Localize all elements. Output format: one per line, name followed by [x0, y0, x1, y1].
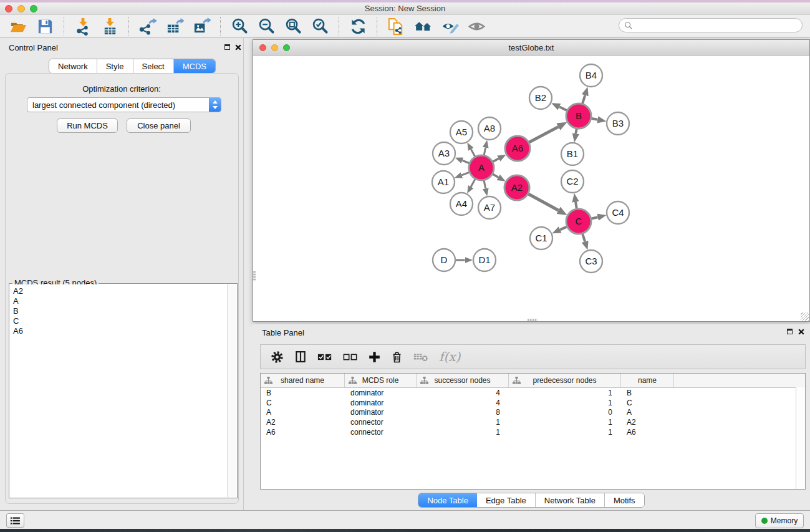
tab-node-table[interactable]: Node Table: [418, 493, 477, 507]
table-cell[interactable]: C: [261, 399, 345, 407]
tab-edge-table[interactable]: Edge Table: [477, 493, 536, 507]
import-table-icon[interactable]: [100, 16, 120, 36]
table-row[interactable]: A2connector11A2: [261, 417, 805, 427]
graph-node-D[interactable]: D: [433, 249, 455, 271]
save-icon[interactable]: [35, 16, 55, 36]
table-cell[interactable]: A6: [261, 428, 345, 437]
tab-network[interactable]: Network: [49, 59, 97, 73]
table-cell[interactable]: 4: [417, 399, 509, 407]
table-cell[interactable]: 4: [417, 389, 509, 397]
table-cell[interactable]: 1: [509, 389, 621, 397]
table-scrollbar[interactable]: [796, 387, 805, 489]
graph-node-B3[interactable]: B3: [607, 112, 629, 135]
table-row[interactable]: Adominator80A: [261, 407, 805, 417]
network-window-titlebar[interactable]: testGlobe.txt: [253, 40, 809, 56]
graph-node-A7[interactable]: A7: [478, 196, 501, 219]
edge-C-C4[interactable]: [591, 217, 597, 218]
graph-node-A8[interactable]: A8: [478, 117, 501, 140]
edge-A-A7[interactable]: [484, 181, 486, 189]
edge-B-B4[interactable]: [582, 95, 585, 104]
table-cell[interactable]: connector: [345, 418, 417, 427]
memory-button[interactable]: Memory: [755, 513, 804, 528]
table-cell[interactable]: B: [621, 389, 674, 397]
graph-node-A3[interactable]: A3: [433, 142, 455, 165]
float-panel-icon[interactable]: [224, 44, 230, 50]
task-history-button[interactable]: [6, 513, 24, 528]
mcds-result-item[interactable]: A6: [13, 326, 228, 336]
graph-node-B4[interactable]: B4: [580, 64, 602, 87]
edge-A-A1[interactable]: [461, 172, 469, 175]
edge-A-A8[interactable]: [484, 148, 485, 155]
edge-A6-B[interactable]: [529, 127, 559, 142]
graph-node-C4[interactable]: C4: [607, 201, 629, 224]
show-all-icon[interactable]: [466, 16, 487, 36]
tab-motifs[interactable]: Motifs: [605, 493, 644, 507]
table-cell[interactable]: dominator: [345, 408, 417, 417]
table-cell[interactable]: 1: [417, 418, 509, 427]
column-header-shared-name[interactable]: shared name: [261, 374, 345, 387]
clone-network-icon[interactable]: [386, 16, 407, 36]
result-scrollbar[interactable]: [227, 284, 236, 497]
column-header-predecessor-nodes[interactable]: predecessor nodes: [509, 374, 621, 387]
deselect-all-rows-icon[interactable]: [343, 352, 358, 362]
table-cell[interactable]: B: [261, 389, 345, 397]
table-cell[interactable]: 1: [509, 428, 621, 437]
zoom-fit-icon[interactable]: [283, 16, 304, 36]
delete-column-icon[interactable]: [391, 351, 403, 363]
table-cell[interactable]: A: [621, 408, 674, 417]
splitter-grip-left[interactable]: [253, 271, 256, 281]
graph-node-A4[interactable]: A4: [450, 193, 473, 215]
splitter-grip-bottom[interactable]: [528, 319, 538, 321]
table-cell[interactable]: dominator: [345, 399, 417, 407]
mcds-result-item[interactable]: C: [13, 316, 228, 326]
run-mcds-button[interactable]: Run MCDS: [57, 118, 118, 133]
search-box[interactable]: [619, 18, 803, 32]
graph-node-C1[interactable]: C1: [530, 227, 552, 249]
edge-B-B2[interactable]: [559, 107, 567, 110]
criterion-dropdown[interactable]: largest connected component (directed): [27, 97, 221, 112]
table-cell[interactable]: 1: [509, 418, 621, 427]
edge-C-C2[interactable]: [576, 202, 577, 208]
zoom-in-icon[interactable]: [229, 16, 250, 36]
table-cell[interactable]: A2: [621, 418, 674, 427]
table-cell[interactable]: A2: [261, 418, 345, 427]
graph-node-A5[interactable]: A5: [450, 121, 473, 143]
network-canvas[interactable]: B4B2BB3A8A5A6A3B1AA1C2A2A4A7C4CC1C3DD1: [254, 56, 809, 321]
settings-gear-icon[interactable]: [271, 351, 284, 364]
table-row[interactable]: Bdominator41B: [261, 388, 805, 398]
table-cell[interactable]: A: [261, 408, 345, 417]
zoom-selected-icon[interactable]: [310, 16, 330, 36]
graph-node-A2[interactable]: A2: [504, 175, 529, 200]
open-icon[interactable]: [8, 16, 29, 36]
graph-node-A6[interactable]: A6: [505, 136, 530, 161]
add-column-icon[interactable]: [369, 351, 380, 363]
zoom-out-icon[interactable]: [256, 16, 277, 36]
export-table-icon[interactable]: [165, 16, 185, 36]
graph-node-C[interactable]: C: [566, 209, 591, 234]
edge-A-A2[interactable]: [493, 174, 498, 177]
edge-C-C3[interactable]: [582, 234, 585, 241]
edge-B-B1[interactable]: [576, 129, 576, 134]
graph-node-B1[interactable]: B1: [561, 143, 584, 165]
graph-node-A[interactable]: A: [469, 155, 494, 180]
table-cell[interactable]: connector: [345, 428, 417, 437]
column-header-name[interactable]: name: [621, 374, 674, 387]
graph-node-B2[interactable]: B2: [529, 87, 552, 109]
hide-selected-icon[interactable]: [440, 16, 460, 36]
edge-C-C1[interactable]: [560, 227, 567, 230]
refresh-icon[interactable]: [348, 16, 369, 36]
edge-A-A6[interactable]: [493, 158, 499, 162]
table-cell[interactable]: 1: [509, 399, 621, 407]
close-panel-icon[interactable]: [235, 44, 241, 51]
tab-mcds[interactable]: MCDS: [174, 59, 215, 73]
table-cell[interactable]: 1: [417, 428, 509, 437]
export-network-icon[interactable]: [138, 16, 158, 36]
mcds-result-item[interactable]: B: [13, 306, 228, 316]
edge-A-A4[interactable]: [471, 179, 475, 186]
table-cell[interactable]: A6: [621, 428, 674, 437]
tab-network-table[interactable]: Network Table: [536, 493, 605, 507]
table-cell[interactable]: dominator: [345, 389, 417, 397]
table-cell[interactable]: 0: [509, 408, 621, 417]
edge-A-A3[interactable]: [462, 160, 469, 163]
select-all-rows-icon[interactable]: [317, 352, 332, 362]
